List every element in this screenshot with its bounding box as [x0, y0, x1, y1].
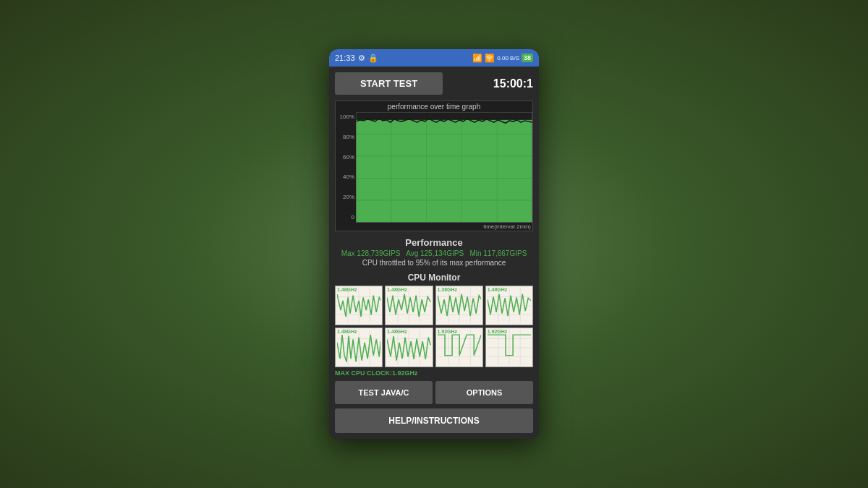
performance-title: Performance: [335, 237, 533, 248]
performance-stats: Performance Max 128,739GIPS Avg 125,134G…: [335, 236, 533, 268]
x-axis-label: time(interval 2min): [356, 223, 532, 231]
stat-avg: Avg 125,134GIPS: [406, 249, 464, 257]
cpu-chart-3: [438, 288, 481, 323]
status-time: 21:33: [335, 53, 355, 62]
cpu-freq-6: 1.48GHz: [387, 329, 407, 334]
cpu-core-4: 1.48GHz: [485, 286, 533, 325]
cpu-freq-4: 1.48GHz: [488, 287, 508, 292]
performance-graph-section: performance over time graph 100% 80% 60%…: [335, 100, 533, 231]
svg-rect-0: [356, 120, 532, 223]
wifi-icon: 🛜: [485, 53, 495, 63]
phone-container: 21:33 ⚙ 🔒 📶 🛜 0.00 B/S 38 START TEST 15:…: [329, 49, 539, 439]
options-button[interactable]: OPTIONS: [435, 381, 533, 404]
cpu-freq-2: 1.48GHz: [387, 287, 407, 292]
y-axis-60: 60%: [337, 154, 354, 160]
cpu-chart-6: [387, 330, 430, 365]
graph-title: performance over time graph: [336, 101, 532, 112]
perf-stats-row: Max 128,739GIPS Avg 125,134GIPS Min 117,…: [335, 249, 533, 257]
cpu-core-2: 1.48GHz: [385, 286, 433, 325]
cpu-core-3: 1.38GHz: [435, 286, 483, 325]
cpu-core-1: 1.48GHz: [335, 286, 383, 325]
y-axis-20: 20%: [337, 194, 354, 200]
status-bar: 21:33 ⚙ 🔒 📶 🛜 0.00 B/S 38: [329, 49, 539, 67]
graph-area: [356, 112, 532, 223]
cpu-chart-1: [337, 288, 380, 323]
cpu-monitor-section: CPU Monitor 1.48GHz: [335, 273, 533, 377]
data-speed: 0.00 B/S: [497, 55, 519, 61]
cpu-chart-8: [488, 330, 531, 365]
graph-wrapper: 100% 80% 60% 40% 20% 0: [336, 112, 532, 231]
cpu-core-8: 1.92GHz: [485, 328, 533, 367]
cpu-freq-8: 1.92GHz: [488, 329, 508, 334]
y-axis-0: 0: [337, 214, 354, 221]
performance-chart: [356, 112, 532, 223]
cpu-grid-bottom: 1.48GHz 1.48GHz: [335, 328, 533, 367]
cpu-core-5: 1.48GHz: [335, 328, 383, 367]
test-java-c-button[interactable]: TEST JAVA/C: [335, 381, 433, 404]
status-bar-right: 📶 🛜 0.00 B/S 38: [472, 53, 533, 63]
lock-icon: 🔒: [368, 53, 378, 63]
cpu-core-6: 1.48GHz: [385, 328, 433, 367]
status-bar-left: 21:33 ⚙ 🔒: [335, 53, 378, 63]
help-instructions-button[interactable]: HELP/INSTRUCTIONS: [335, 408, 533, 433]
app-content: START TEST 15:00:1 performance over time…: [329, 67, 539, 439]
cpu-chart-5: [337, 330, 380, 365]
action-buttons: TEST JAVA/C OPTIONS: [335, 381, 533, 404]
cpu-chart-2: [387, 288, 430, 323]
stat-min: Min 117,667GIPS: [469, 249, 527, 257]
y-axis: 100% 80% 60% 40% 20% 0: [336, 112, 356, 231]
y-axis-80: 80%: [337, 134, 354, 140]
start-test-button[interactable]: START TEST: [335, 72, 443, 95]
cpu-chart-7: [438, 330, 481, 365]
cpu-monitor-title: CPU Monitor: [335, 273, 533, 283]
y-axis-40: 40%: [337, 174, 354, 180]
max-cpu-label: MAX CPU CLOCK:1.92GHz: [335, 369, 533, 377]
battery-badge: 38: [522, 53, 533, 62]
top-bar: START TEST 15:00:1: [335, 72, 533, 95]
cpu-freq-5: 1.48GHz: [337, 329, 357, 334]
cpu-freq-7: 1.92GHz: [438, 329, 458, 334]
cpu-freq-1: 1.48GHz: [337, 287, 357, 292]
cpu-freq-3: 1.38GHz: [438, 287, 458, 292]
timer-display: 15:00:1: [448, 77, 533, 90]
cpu-core-7: 1.92GHz: [435, 328, 483, 367]
signal-icon: 📶: [472, 53, 482, 63]
stat-max: Max 128,739GIPS: [341, 249, 401, 257]
cpu-grid-top: 1.48GHz 1.48GHz: [335, 286, 533, 325]
throttle-info: CPU throttled to 95% of its max performa…: [335, 259, 533, 267]
y-axis-100: 100%: [337, 114, 354, 120]
gear-icon: ⚙: [358, 53, 365, 63]
cpu-chart-4: [488, 288, 531, 323]
